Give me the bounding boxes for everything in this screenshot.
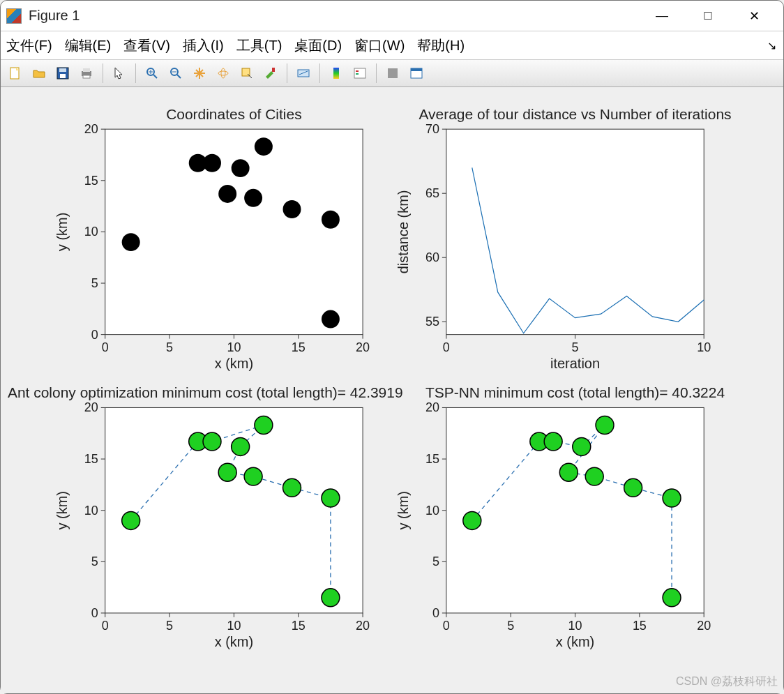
legend-icon[interactable] xyxy=(349,63,370,84)
svg-rect-65 xyxy=(105,407,363,612)
window-title: Figure 1 xyxy=(29,8,80,24)
zoom-in-icon[interactable] xyxy=(142,63,163,84)
tour-node xyxy=(544,432,562,451)
brush-icon[interactable] xyxy=(260,63,281,84)
open-icon[interactable] xyxy=(29,63,50,84)
figure-canvas[interactable]: 0510152005101520x (km)y (km)Coordinates … xyxy=(1,87,783,693)
svg-text:20: 20 xyxy=(356,340,370,354)
svg-rect-26 xyxy=(388,68,398,78)
close-button[interactable]: ✕ xyxy=(740,6,768,27)
close-icon: ✕ xyxy=(749,8,760,24)
subplot-1: 051055606570iterationdistance (km)Averag… xyxy=(395,106,732,370)
svg-text:10: 10 xyxy=(697,340,711,354)
colorbar-icon[interactable] xyxy=(326,63,347,84)
svg-text:0: 0 xyxy=(443,340,450,354)
svg-text:10: 10 xyxy=(227,340,241,354)
toolbar-separator xyxy=(376,63,377,83)
svg-rect-3 xyxy=(59,68,66,72)
svg-text:55: 55 xyxy=(425,315,439,329)
tour-node xyxy=(559,463,578,481)
svg-text:5: 5 xyxy=(572,340,579,354)
pan-icon[interactable] xyxy=(189,63,210,84)
menu-window[interactable]: 窗口(W) xyxy=(354,36,405,55)
svg-text:15: 15 xyxy=(292,340,306,354)
tour-node xyxy=(283,478,301,497)
svg-text:20: 20 xyxy=(425,400,439,414)
zoom-out-icon[interactable] xyxy=(165,63,186,84)
menu-tools[interactable]: 工具(T) xyxy=(236,36,282,55)
toolbar xyxy=(1,59,783,87)
minimize-button[interactable]: — xyxy=(648,6,676,27)
ylabel: y (km) xyxy=(54,213,70,251)
menu-help[interactable]: 帮助(H) xyxy=(417,36,465,55)
dock-arrow-icon[interactable]: ↘ xyxy=(767,39,776,52)
menu-edit[interactable]: 编辑(E) xyxy=(65,36,112,55)
svg-point-16 xyxy=(221,68,225,78)
svg-text:15: 15 xyxy=(84,452,98,466)
svg-rect-28 xyxy=(411,68,422,71)
city-point xyxy=(122,233,140,251)
svg-text:5: 5 xyxy=(91,555,98,568)
window-buttons: — □ ✕ xyxy=(648,6,778,27)
menu-file[interactable]: 文件(F) xyxy=(6,36,52,55)
tour-node xyxy=(573,437,591,455)
chart-title: Average of tour distance vs Number of it… xyxy=(419,106,732,122)
svg-text:15: 15 xyxy=(633,619,647,633)
svg-text:15: 15 xyxy=(84,174,98,188)
title-bar: Figure 1 — □ ✕ xyxy=(1,1,783,31)
print-icon[interactable] xyxy=(76,63,97,84)
svg-text:5: 5 xyxy=(166,619,173,633)
svg-text:20: 20 xyxy=(84,122,98,136)
save-icon[interactable] xyxy=(52,63,73,84)
menu-insert[interactable]: 插入(I) xyxy=(183,36,224,55)
tour-node xyxy=(624,478,642,497)
svg-text:20: 20 xyxy=(356,619,370,633)
tour-node xyxy=(322,489,340,507)
link-plots-icon[interactable] xyxy=(293,63,314,84)
ylabel: y (km) xyxy=(54,491,70,529)
pointer-icon[interactable] xyxy=(109,63,130,84)
show-plot-icon[interactable] xyxy=(406,63,427,84)
city-point xyxy=(244,189,262,207)
toolbar-separator xyxy=(103,63,103,83)
chart-title: TSP-NN minimum cost (total length)= 40.3… xyxy=(425,384,725,400)
city-point xyxy=(322,211,340,229)
tour-node xyxy=(232,437,250,455)
svg-rect-22 xyxy=(333,68,339,79)
rotate3d-icon[interactable] xyxy=(213,63,234,84)
tour-node xyxy=(244,467,262,485)
tour-node xyxy=(255,416,273,435)
svg-text:0: 0 xyxy=(102,340,109,354)
city-point xyxy=(232,159,250,177)
svg-text:65: 65 xyxy=(425,186,439,200)
tour-node xyxy=(596,416,614,435)
svg-text:20: 20 xyxy=(84,400,98,414)
maximize-icon: □ xyxy=(704,8,712,23)
svg-text:0: 0 xyxy=(102,619,109,633)
menu-bar: 文件(F) 编辑(E) 查看(V) 插入(I) 工具(T) 桌面(D) 窗口(W… xyxy=(1,31,783,59)
svg-text:60: 60 xyxy=(425,250,439,264)
svg-line-9 xyxy=(153,75,157,78)
svg-text:15: 15 xyxy=(292,619,306,633)
svg-text:5: 5 xyxy=(507,619,514,633)
svg-rect-4 xyxy=(60,74,66,78)
xlabel: x (km) xyxy=(215,634,253,649)
menu-view[interactable]: 查看(V) xyxy=(123,36,170,55)
hide-plot-icon[interactable] xyxy=(382,63,403,84)
svg-text:15: 15 xyxy=(425,452,439,466)
svg-text:10: 10 xyxy=(568,619,582,633)
ylabel: distance (km) xyxy=(395,190,411,274)
plot-svg: 0510152005101520x (km)y (km)Coordinates … xyxy=(1,87,783,693)
svg-point-15 xyxy=(218,71,228,75)
new-file-icon[interactable] xyxy=(5,63,26,84)
svg-text:0: 0 xyxy=(91,328,98,342)
menu-desktop[interactable]: 桌面(D) xyxy=(294,36,342,55)
svg-text:20: 20 xyxy=(697,619,711,633)
svg-text:0: 0 xyxy=(443,619,450,633)
svg-text:70: 70 xyxy=(425,122,439,136)
tour-node xyxy=(585,467,603,485)
toolbar-separator xyxy=(135,63,136,83)
subplot-0: 0510152005101520x (km)y (km)Coordinates … xyxy=(54,106,370,370)
maximize-button[interactable]: □ xyxy=(694,6,722,27)
data-cursor-icon[interactable] xyxy=(236,63,257,84)
